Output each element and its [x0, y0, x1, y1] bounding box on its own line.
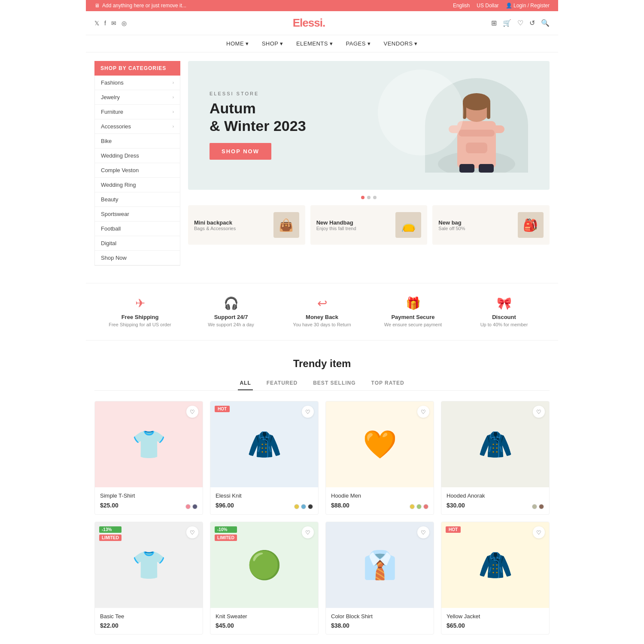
svg-rect-10: [459, 164, 474, 173]
category-link[interactable]: Comple Veston: [95, 163, 180, 177]
currency-selector[interactable]: US Dollar: [477, 3, 498, 9]
category-link[interactable]: Sportswear: [95, 207, 180, 221]
color-swatch[interactable]: [192, 504, 197, 509]
wishlist-button[interactable]: ♡: [533, 526, 545, 538]
category-link[interactable]: Shop Now: [95, 251, 180, 265]
trendy-tab[interactable]: ALL: [238, 377, 252, 390]
product-image[interactable]: HOT ♡ 🧥: [210, 401, 318, 487]
product-name: Color Block Shirt: [331, 613, 373, 620]
category-link[interactable]: Wedding Dress: [95, 149, 180, 163]
color-swatch[interactable]: [423, 504, 428, 509]
facebook-link[interactable]: f: [104, 20, 106, 27]
product-price: $45.00: [216, 622, 234, 629]
category-link[interactable]: Football: [95, 222, 180, 236]
search-icon[interactable]: 🔍: [541, 19, 550, 27]
logo[interactable]: Elessi.: [293, 16, 325, 30]
category-link[interactable]: Bike: [95, 134, 180, 148]
feature-desc: We support 24h a day: [185, 322, 276, 327]
product-price: $96.00: [216, 502, 234, 509]
color-swatch[interactable]: [539, 504, 544, 509]
instagram-link[interactable]: ◎: [122, 20, 127, 27]
product-image[interactable]: ♡ 👕: [95, 401, 203, 487]
sidebar-item[interactable]: Wedding Ring: [95, 178, 180, 192]
nav-vendors[interactable]: VENDORS ▾: [384, 40, 418, 47]
category-link[interactable]: Beauty: [95, 192, 180, 207]
wishlist-icon[interactable]: ♡: [517, 19, 523, 27]
product-price: $38.00: [331, 622, 349, 629]
category-link[interactable]: Accessories›: [95, 119, 180, 134]
product-image[interactable]: ♡ 👔: [326, 522, 434, 608]
product-card: HOT ♡ 🧥 Yellow Jacket $65.00: [441, 522, 550, 635]
wishlist-button[interactable]: ♡: [417, 526, 429, 538]
sidebar-item[interactable]: Sportswear: [95, 207, 180, 222]
trendy-tab[interactable]: FEATURED: [265, 377, 299, 390]
hero-dot-2[interactable]: [367, 196, 371, 199]
nav-home[interactable]: HOME ▾: [226, 40, 249, 47]
wishlist-button[interactable]: ♡: [186, 526, 198, 538]
sidebar-item[interactable]: Wedding Dress: [95, 149, 180, 163]
hero-dot-1[interactable]: [361, 196, 365, 199]
product-image[interactable]: -13% LIMITED ♡ 👕: [95, 522, 203, 608]
wishlist-button[interactable]: ♡: [186, 406, 198, 418]
wishlist-button[interactable]: ♡: [417, 406, 429, 418]
sidebar-item[interactable]: Shop Now: [95, 251, 180, 265]
category-link[interactable]: Digital: [95, 236, 180, 250]
product-image[interactable]: ♡ 🧥: [441, 401, 549, 487]
hero-dot-3[interactable]: [373, 196, 377, 199]
sidebar-item[interactable]: Digital: [95, 236, 180, 251]
mini-banner[interactable]: New Handbag Enjoy this fall trend 👝: [310, 205, 428, 245]
login-link[interactable]: 👤 Login / Register: [506, 3, 550, 9]
category-link[interactable]: Furniture›: [95, 105, 180, 119]
email-link[interactable]: ✉: [111, 20, 116, 27]
wishlist-button[interactable]: ♡: [533, 406, 545, 418]
shop-now-button[interactable]: SHOP NOW: [210, 143, 271, 160]
compare-icon[interactable]: ↺: [529, 19, 535, 27]
product-image[interactable]: -10% LIMITED ♡ 🟢: [210, 522, 318, 608]
product-image[interactable]: ♡ 🧡: [326, 401, 434, 487]
sidebar-item[interactable]: Bike: [95, 134, 180, 149]
color-swatch[interactable]: [185, 504, 191, 509]
hero-store-label: ELESSI STORE: [210, 91, 306, 96]
nav-elements[interactable]: ELEMENTS ▾: [296, 40, 333, 47]
grid-icon[interactable]: ⊞: [491, 19, 497, 27]
mini-banner[interactable]: Mini backpack Bags & Accessories 👜: [188, 205, 305, 245]
badge-row: -10% LIMITED: [215, 526, 237, 541]
sidebar-item[interactable]: Fashions›: [95, 76, 180, 90]
mini-banner-subtitle: Bags & Accessories: [194, 226, 236, 231]
color-swatch[interactable]: [308, 504, 313, 509]
trendy-tab[interactable]: TOP RATED: [370, 377, 406, 390]
product-price: $65.00: [447, 622, 465, 629]
color-swatch[interactable]: [301, 504, 306, 509]
product-price-row: $65.00: [447, 622, 544, 629]
nav-shop[interactable]: SHOP ▾: [262, 40, 283, 47]
category-link[interactable]: Wedding Ring: [95, 178, 180, 192]
product-price: $22.00: [100, 622, 118, 629]
product-grid-row1: ♡ 👕 Simple T-Shirt $25.00 HOT ♡ 🧥: [94, 401, 550, 515]
sidebar-item[interactable]: Furniture›: [95, 105, 180, 119]
sidebar-item[interactable]: Football: [95, 222, 180, 236]
sidebar-item[interactable]: Accessories›: [95, 119, 180, 134]
top-bar-right: English US Dollar 👤 Login / Register: [453, 3, 550, 9]
cart-icon[interactable]: 🛒: [503, 19, 511, 27]
sidebar-item[interactable]: Beauty: [95, 192, 180, 207]
feature-title: Support 24/7: [185, 314, 276, 320]
feature-item: 🎁 Payment Secure We ensure secure paymen…: [368, 296, 459, 327]
mini-banner-image: 👜: [273, 212, 299, 238]
wishlist-button[interactable]: ♡: [302, 406, 314, 418]
wishlist-button[interactable]: ♡: [302, 526, 314, 538]
user-icon: 👤: [506, 3, 512, 9]
category-link[interactable]: Jewelry›: [95, 90, 180, 104]
category-link[interactable]: Fashions›: [95, 76, 180, 90]
sidebar-item[interactable]: Comple Veston: [95, 163, 180, 178]
sidebar-item[interactable]: Jewelry›: [95, 90, 180, 105]
nav-pages[interactable]: PAGES ▾: [346, 40, 371, 47]
color-swatch[interactable]: [416, 504, 422, 509]
color-swatch[interactable]: [294, 504, 299, 509]
trendy-tab[interactable]: BEST SELLING: [311, 377, 357, 390]
color-swatch[interactable]: [532, 504, 537, 509]
product-image[interactable]: HOT ♡ 🧥: [441, 522, 549, 608]
twitter-link[interactable]: 𝕏: [94, 20, 99, 27]
mini-banner[interactable]: New bag Sale off 50% 🎒: [432, 205, 550, 245]
language-selector[interactable]: English: [453, 3, 470, 9]
color-swatch[interactable]: [410, 504, 415, 509]
